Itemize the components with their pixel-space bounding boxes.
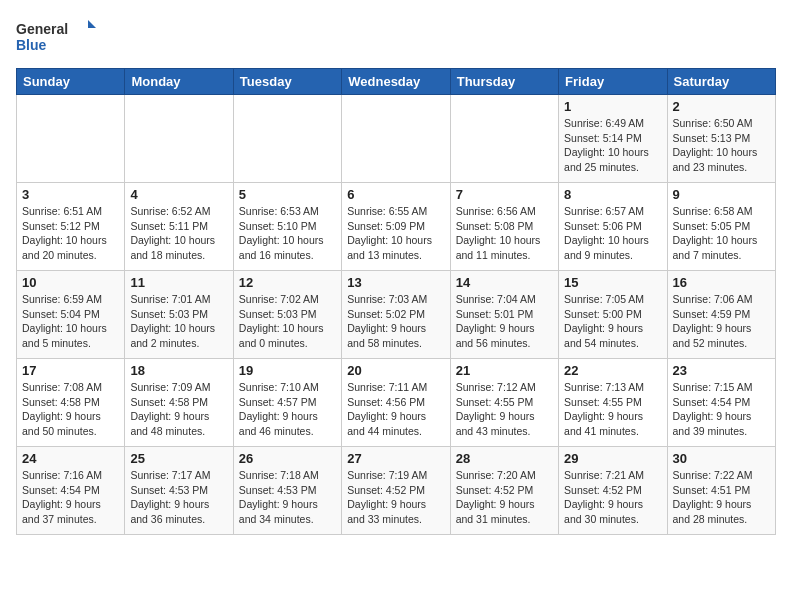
- day-number: 4: [130, 187, 227, 202]
- week-row-4: 17Sunrise: 7:08 AM Sunset: 4:58 PM Dayli…: [17, 359, 776, 447]
- day-info: Sunrise: 7:17 AM Sunset: 4:53 PM Dayligh…: [130, 468, 227, 527]
- day-info: Sunrise: 7:12 AM Sunset: 4:55 PM Dayligh…: [456, 380, 553, 439]
- day-info: Sunrise: 7:21 AM Sunset: 4:52 PM Dayligh…: [564, 468, 661, 527]
- day-number: 5: [239, 187, 336, 202]
- day-info: Sunrise: 7:19 AM Sunset: 4:52 PM Dayligh…: [347, 468, 444, 527]
- weekday-header-monday: Monday: [125, 69, 233, 95]
- weekday-header-sunday: Sunday: [17, 69, 125, 95]
- day-cell: 26Sunrise: 7:18 AM Sunset: 4:53 PM Dayli…: [233, 447, 341, 535]
- day-info: Sunrise: 7:16 AM Sunset: 4:54 PM Dayligh…: [22, 468, 119, 527]
- day-cell: 24Sunrise: 7:16 AM Sunset: 4:54 PM Dayli…: [17, 447, 125, 535]
- day-number: 24: [22, 451, 119, 466]
- day-cell: 2Sunrise: 6:50 AM Sunset: 5:13 PM Daylig…: [667, 95, 775, 183]
- day-number: 28: [456, 451, 553, 466]
- day-info: Sunrise: 7:05 AM Sunset: 5:00 PM Dayligh…: [564, 292, 661, 351]
- day-cell: 14Sunrise: 7:04 AM Sunset: 5:01 PM Dayli…: [450, 271, 558, 359]
- day-number: 26: [239, 451, 336, 466]
- day-cell: [17, 95, 125, 183]
- day-number: 22: [564, 363, 661, 378]
- day-number: 20: [347, 363, 444, 378]
- day-number: 30: [673, 451, 770, 466]
- week-row-5: 24Sunrise: 7:16 AM Sunset: 4:54 PM Dayli…: [17, 447, 776, 535]
- day-info: Sunrise: 6:49 AM Sunset: 5:14 PM Dayligh…: [564, 116, 661, 175]
- day-number: 1: [564, 99, 661, 114]
- day-number: 29: [564, 451, 661, 466]
- day-number: 12: [239, 275, 336, 290]
- day-info: Sunrise: 7:02 AM Sunset: 5:03 PM Dayligh…: [239, 292, 336, 351]
- day-number: 6: [347, 187, 444, 202]
- day-cell: 15Sunrise: 7:05 AM Sunset: 5:00 PM Dayli…: [559, 271, 667, 359]
- day-cell: 13Sunrise: 7:03 AM Sunset: 5:02 PM Dayli…: [342, 271, 450, 359]
- day-info: Sunrise: 6:52 AM Sunset: 5:11 PM Dayligh…: [130, 204, 227, 263]
- day-cell: 20Sunrise: 7:11 AM Sunset: 4:56 PM Dayli…: [342, 359, 450, 447]
- day-number: 10: [22, 275, 119, 290]
- day-info: Sunrise: 7:08 AM Sunset: 4:58 PM Dayligh…: [22, 380, 119, 439]
- weekday-header-saturday: Saturday: [667, 69, 775, 95]
- day-cell: 17Sunrise: 7:08 AM Sunset: 4:58 PM Dayli…: [17, 359, 125, 447]
- calendar-table: SundayMondayTuesdayWednesdayThursdayFrid…: [16, 68, 776, 535]
- day-cell: 10Sunrise: 6:59 AM Sunset: 5:04 PM Dayli…: [17, 271, 125, 359]
- day-cell: [450, 95, 558, 183]
- day-cell: 18Sunrise: 7:09 AM Sunset: 4:58 PM Dayli…: [125, 359, 233, 447]
- day-cell: 12Sunrise: 7:02 AM Sunset: 5:03 PM Dayli…: [233, 271, 341, 359]
- day-cell: 16Sunrise: 7:06 AM Sunset: 4:59 PM Dayli…: [667, 271, 775, 359]
- day-number: 25: [130, 451, 227, 466]
- day-cell: 29Sunrise: 7:21 AM Sunset: 4:52 PM Dayli…: [559, 447, 667, 535]
- day-cell: [233, 95, 341, 183]
- day-info: Sunrise: 7:06 AM Sunset: 4:59 PM Dayligh…: [673, 292, 770, 351]
- day-info: Sunrise: 7:03 AM Sunset: 5:02 PM Dayligh…: [347, 292, 444, 351]
- day-info: Sunrise: 6:56 AM Sunset: 5:08 PM Dayligh…: [456, 204, 553, 263]
- day-cell: 3Sunrise: 6:51 AM Sunset: 5:12 PM Daylig…: [17, 183, 125, 271]
- day-number: 15: [564, 275, 661, 290]
- day-number: 3: [22, 187, 119, 202]
- day-number: 7: [456, 187, 553, 202]
- day-number: 23: [673, 363, 770, 378]
- day-cell: 9Sunrise: 6:58 AM Sunset: 5:05 PM Daylig…: [667, 183, 775, 271]
- week-row-2: 3Sunrise: 6:51 AM Sunset: 5:12 PM Daylig…: [17, 183, 776, 271]
- day-cell: 30Sunrise: 7:22 AM Sunset: 4:51 PM Dayli…: [667, 447, 775, 535]
- day-number: 16: [673, 275, 770, 290]
- day-info: Sunrise: 7:18 AM Sunset: 4:53 PM Dayligh…: [239, 468, 336, 527]
- day-cell: 22Sunrise: 7:13 AM Sunset: 4:55 PM Dayli…: [559, 359, 667, 447]
- day-number: 19: [239, 363, 336, 378]
- day-number: 18: [130, 363, 227, 378]
- day-number: 27: [347, 451, 444, 466]
- day-cell: [125, 95, 233, 183]
- logo-svg: General Blue: [16, 16, 96, 56]
- day-info: Sunrise: 6:58 AM Sunset: 5:05 PM Dayligh…: [673, 204, 770, 263]
- day-info: Sunrise: 7:11 AM Sunset: 4:56 PM Dayligh…: [347, 380, 444, 439]
- day-cell: 25Sunrise: 7:17 AM Sunset: 4:53 PM Dayli…: [125, 447, 233, 535]
- day-number: 14: [456, 275, 553, 290]
- day-cell: 21Sunrise: 7:12 AM Sunset: 4:55 PM Dayli…: [450, 359, 558, 447]
- day-cell: 4Sunrise: 6:52 AM Sunset: 5:11 PM Daylig…: [125, 183, 233, 271]
- day-info: Sunrise: 6:57 AM Sunset: 5:06 PM Dayligh…: [564, 204, 661, 263]
- day-cell: 1Sunrise: 6:49 AM Sunset: 5:14 PM Daylig…: [559, 95, 667, 183]
- day-info: Sunrise: 6:55 AM Sunset: 5:09 PM Dayligh…: [347, 204, 444, 263]
- day-number: 13: [347, 275, 444, 290]
- day-info: Sunrise: 7:13 AM Sunset: 4:55 PM Dayligh…: [564, 380, 661, 439]
- day-info: Sunrise: 6:53 AM Sunset: 5:10 PM Dayligh…: [239, 204, 336, 263]
- day-number: 11: [130, 275, 227, 290]
- weekday-header-row: SundayMondayTuesdayWednesdayThursdayFrid…: [17, 69, 776, 95]
- day-info: Sunrise: 6:50 AM Sunset: 5:13 PM Dayligh…: [673, 116, 770, 175]
- weekday-header-wednesday: Wednesday: [342, 69, 450, 95]
- svg-text:General: General: [16, 21, 68, 37]
- day-number: 21: [456, 363, 553, 378]
- week-row-3: 10Sunrise: 6:59 AM Sunset: 5:04 PM Dayli…: [17, 271, 776, 359]
- day-number: 9: [673, 187, 770, 202]
- day-cell: [342, 95, 450, 183]
- day-number: 2: [673, 99, 770, 114]
- day-info: Sunrise: 6:51 AM Sunset: 5:12 PM Dayligh…: [22, 204, 119, 263]
- page-header: General Blue: [16, 16, 776, 56]
- weekday-header-tuesday: Tuesday: [233, 69, 341, 95]
- weekday-header-friday: Friday: [559, 69, 667, 95]
- day-number: 17: [22, 363, 119, 378]
- day-info: Sunrise: 7:10 AM Sunset: 4:57 PM Dayligh…: [239, 380, 336, 439]
- weekday-header-thursday: Thursday: [450, 69, 558, 95]
- day-cell: 8Sunrise: 6:57 AM Sunset: 5:06 PM Daylig…: [559, 183, 667, 271]
- day-cell: 23Sunrise: 7:15 AM Sunset: 4:54 PM Dayli…: [667, 359, 775, 447]
- day-number: 8: [564, 187, 661, 202]
- day-info: Sunrise: 7:04 AM Sunset: 5:01 PM Dayligh…: [456, 292, 553, 351]
- week-row-1: 1Sunrise: 6:49 AM Sunset: 5:14 PM Daylig…: [17, 95, 776, 183]
- day-info: Sunrise: 6:59 AM Sunset: 5:04 PM Dayligh…: [22, 292, 119, 351]
